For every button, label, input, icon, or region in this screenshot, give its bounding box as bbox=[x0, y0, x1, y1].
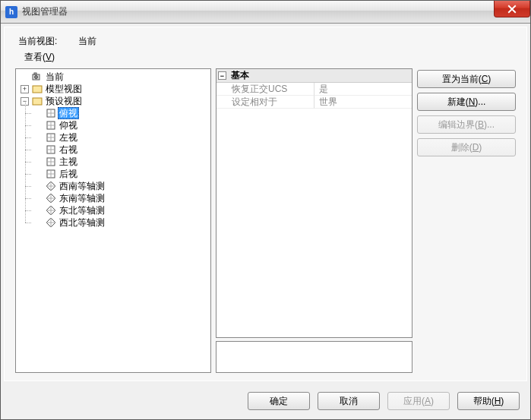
tree-label: 西北等轴测 bbox=[58, 216, 106, 229]
tree-item-preset[interactable]: 东北等轴测 bbox=[33, 204, 210, 216]
property-group-header[interactable]: − 基本 bbox=[217, 69, 412, 83]
tree-label: 后视 bbox=[58, 168, 79, 180]
tree-item-preset[interactable]: 仰视 bbox=[33, 119, 210, 131]
expander-placeholder bbox=[34, 194, 43, 203]
current-view-value: 当前 bbox=[78, 35, 96, 48]
view-manager-dialog: h 视图管理器 当前视图: 当前 查看(V) bbox=[0, 0, 531, 420]
expander-placeholder bbox=[34, 207, 43, 215]
ortho-view-icon bbox=[46, 156, 56, 167]
close-icon bbox=[507, 5, 517, 14]
close-button[interactable] bbox=[494, 1, 530, 17]
property-name: 恢复正交UCS bbox=[217, 83, 314, 96]
property-value[interactable]: 世界 bbox=[314, 96, 412, 109]
property-name: 设定相对于 bbox=[217, 96, 314, 109]
apply-button: 应用(A) bbox=[387, 392, 450, 410]
ortho-view-icon bbox=[46, 169, 56, 179]
svg-rect-3 bbox=[33, 86, 42, 93]
tree-label: 左视 bbox=[58, 131, 79, 144]
window-title: 视图管理器 bbox=[22, 5, 68, 18]
svg-rect-2 bbox=[34, 73, 36, 74]
tree-item-current[interactable]: 当前 bbox=[19, 71, 210, 83]
properties-panel: − 基本 恢复正交UCS是设定相对于世界 bbox=[216, 68, 412, 373]
tree-item-preset[interactable]: 西南等轴测 bbox=[33, 180, 210, 192]
views-tree[interactable]: 当前 + 模型视图 − bbox=[15, 68, 211, 373]
expander-placeholder bbox=[34, 109, 43, 118]
camera-icon bbox=[32, 71, 43, 82]
tree-item-preset[interactable]: 右视 bbox=[33, 144, 210, 156]
view-menu[interactable]: 查看(V) bbox=[15, 51, 516, 64]
expander-placeholder bbox=[34, 219, 43, 227]
isometric-view-icon bbox=[46, 217, 56, 228]
new-button[interactable]: 新建(N)... bbox=[417, 93, 516, 111]
expander-placeholder bbox=[34, 182, 43, 191]
main-area: 当前 + 模型视图 − bbox=[15, 68, 516, 373]
current-view-row: 当前视图: 当前 bbox=[15, 35, 516, 48]
tree-item-model-views[interactable]: + 模型视图 bbox=[19, 83, 210, 95]
delete-button: 删除(D) bbox=[417, 138, 516, 156]
property-value[interactable]: 是 bbox=[314, 83, 412, 96]
properties-grid[interactable]: − 基本 恢复正交UCS是设定相对于世界 bbox=[216, 68, 412, 338]
current-view-label: 当前视图: bbox=[18, 35, 57, 48]
preset-views-children: 俯视仰视左视右视主视后视西南等轴测东南等轴测东北等轴测西北等轴测 bbox=[19, 107, 210, 229]
tree-label: 俯视 bbox=[58, 107, 79, 119]
property-description-box bbox=[216, 341, 412, 373]
property-row[interactable]: 设定相对于世界 bbox=[217, 96, 412, 109]
svg-point-1 bbox=[35, 76, 38, 79]
side-button-column: 置为当前(C) 新建(N)... 编辑边界(B)... 删除(D) bbox=[417, 68, 516, 373]
expander-placeholder bbox=[34, 122, 43, 130]
expander-icon[interactable]: + bbox=[21, 85, 29, 93]
ok-button[interactable]: 确定 bbox=[248, 392, 310, 410]
dialog-body: 当前视图: 当前 查看(V) 当前 bbox=[4, 27, 527, 381]
app-icon: h bbox=[5, 6, 17, 18]
group-label: 基本 bbox=[231, 69, 249, 82]
expander-placeholder bbox=[21, 73, 29, 81]
tree-item-preset[interactable]: 主视 bbox=[33, 156, 210, 168]
ortho-view-icon bbox=[46, 132, 56, 143]
expander-placeholder bbox=[34, 158, 43, 166]
ortho-view-icon bbox=[46, 144, 56, 155]
property-row[interactable]: 恢复正交UCS是 bbox=[217, 83, 412, 96]
tree-label: 东北等轴测 bbox=[58, 204, 106, 216]
cancel-button[interactable]: 取消 bbox=[318, 392, 380, 410]
tree-item-preset[interactable]: 西北等轴测 bbox=[33, 216, 210, 229]
tree-label: 仰视 bbox=[58, 119, 79, 131]
expander-placeholder bbox=[34, 134, 43, 142]
titlebar: h 视图管理器 bbox=[1, 1, 530, 24]
tree-label: 主视 bbox=[58, 156, 79, 168]
tree-label: 模型视图 bbox=[44, 83, 84, 95]
folder-icon bbox=[32, 96, 43, 106]
edit-boundary-button: 编辑边界(B)... bbox=[417, 115, 516, 134]
isometric-view-icon bbox=[46, 181, 56, 191]
folder-icon bbox=[32, 84, 43, 94]
svg-rect-4 bbox=[33, 98, 42, 105]
isometric-view-icon bbox=[46, 193, 56, 204]
ortho-view-icon bbox=[46, 120, 56, 131]
bottom-button-bar: 确定 取消 应用(A) 帮助(H) bbox=[1, 384, 530, 419]
tree-label: 右视 bbox=[58, 144, 79, 156]
tree-item-preset[interactable]: 左视 bbox=[33, 131, 210, 144]
set-current-button[interactable]: 置为当前(C) bbox=[417, 70, 516, 88]
ortho-view-icon bbox=[46, 108, 56, 118]
tree-item-preset[interactable]: 东南等轴测 bbox=[33, 192, 210, 204]
tree-item-preset-views[interactable]: − 预设视图 bbox=[19, 95, 210, 107]
tree-item-preset[interactable]: 俯视 bbox=[33, 107, 210, 119]
collapse-icon[interactable]: − bbox=[218, 71, 226, 80]
tree-label: 西南等轴测 bbox=[58, 180, 106, 192]
tree-label: 当前 bbox=[44, 71, 65, 83]
expander-placeholder bbox=[34, 146, 43, 154]
isometric-view-icon bbox=[46, 205, 56, 216]
tree-label: 预设视图 bbox=[44, 95, 84, 107]
help-button[interactable]: 帮助(H) bbox=[457, 392, 520, 410]
tree-item-preset[interactable]: 后视 bbox=[33, 168, 210, 180]
tree-label: 东南等轴测 bbox=[58, 192, 106, 204]
expander-placeholder bbox=[34, 170, 43, 178]
